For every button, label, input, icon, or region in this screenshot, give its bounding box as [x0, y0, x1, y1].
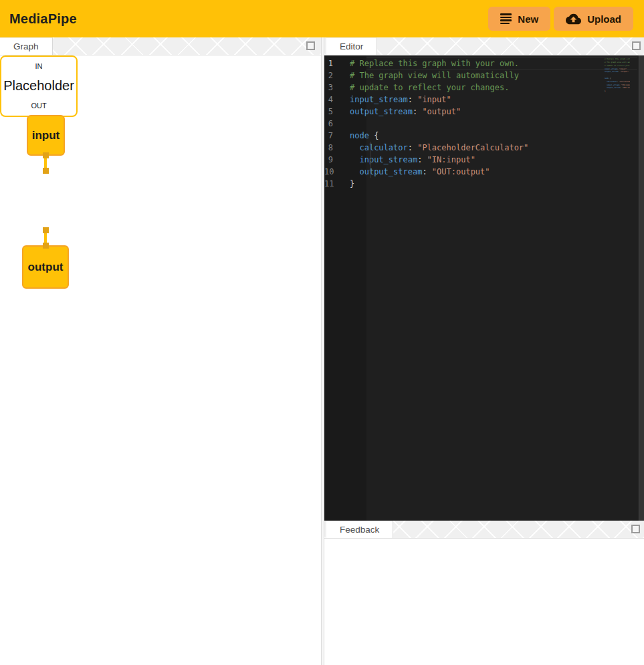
feedback-maximize-button[interactable] — [631, 524, 641, 533]
line-number: 10 — [324, 166, 350, 178]
port-placeholder-out — [43, 227, 49, 233]
line-number: 3 — [324, 82, 350, 94]
graph-maximize-button[interactable] — [306, 41, 316, 50]
minimap[interactable]: # Replace this graph with your own.# The… — [605, 57, 630, 99]
graph-node-placeholder[interactable]: IN Placeholder OUT — [0, 55, 78, 117]
menu-icon — [500, 13, 512, 24]
editor-panel: Editor 1# Replace this graph with your o… — [324, 37, 644, 521]
code-line[interactable]: 6 — [324, 118, 644, 130]
code-line[interactable]: 7node { — [324, 130, 644, 142]
maximize-icon — [632, 41, 641, 50]
placeholder-out-port-label: OUT — [31, 102, 46, 110]
code-line[interactable]: 9 input_stream: "IN:input" — [324, 154, 644, 166]
graph-canvas[interactable]: input IN Placeholder OUT output — [0, 55, 321, 665]
code-line[interactable]: 2# The graph view will automatically — [324, 70, 644, 82]
tab-feedback[interactable]: Feedback — [326, 521, 393, 538]
feedback-tabbar: Feedback — [324, 521, 644, 539]
editor-maximize-button[interactable] — [632, 41, 641, 50]
minimap-content: # Replace this graph with your own.# The… — [605, 57, 630, 93]
line-number: 11 — [324, 178, 350, 190]
editor-tabbar: Editor — [324, 37, 644, 55]
upload-button-label: Upload — [587, 13, 621, 25]
main-area: Graph input IN Placeholder OUT output — [0, 37, 644, 665]
line-number: 8 — [324, 142, 350, 154]
editor-scrollbar[interactable] — [639, 55, 644, 521]
code-line[interactable]: 8 calculator: "PlaceholderCalculator" — [324, 142, 644, 154]
cloud-upload-icon — [566, 11, 581, 27]
code-lines: 1# Replace this graph with your own.2# T… — [324, 57, 644, 190]
new-button[interactable]: New — [488, 7, 550, 31]
line-number: 7 — [324, 130, 350, 142]
port-placeholder-in — [43, 168, 49, 174]
app-header: MediaPipe New Upload — [0, 0, 644, 37]
code-line[interactable]: 3# update to reflect your changes. — [324, 82, 644, 94]
right-column: Editor 1# Replace this graph with your o… — [324, 37, 644, 665]
graph-node-input[interactable]: input — [27, 115, 65, 156]
graph-node-output[interactable]: output — [22, 245, 69, 289]
code-line[interactable]: 5output_stream: "output" — [324, 106, 644, 118]
placeholder-title: Placeholder — [3, 78, 74, 94]
line-number: 9 — [324, 154, 350, 166]
graph-tabbar: Graph — [0, 37, 321, 55]
feedback-panel: Feedback — [324, 521, 644, 665]
upload-button[interactable]: Upload — [554, 7, 633, 31]
port-input-bottom — [43, 152, 49, 158]
new-button-label: New — [518, 13, 538, 25]
code-line[interactable]: 11} — [324, 178, 644, 190]
node-input-label: input — [32, 129, 60, 142]
line-number: 4 — [324, 94, 350, 106]
feedback-content[interactable] — [324, 539, 644, 665]
tab-editor[interactable]: Editor — [326, 37, 377, 55]
line-number: 1 — [324, 57, 350, 70]
node-output-label: output — [28, 261, 64, 274]
maximize-icon — [306, 41, 315, 50]
tab-feedback-label: Feedback — [340, 525, 379, 535]
graph-panel: Graph input IN Placeholder OUT output — [0, 37, 321, 665]
tab-graph-label: Graph — [13, 41, 39, 51]
line-number: 5 — [324, 106, 350, 118]
code-line[interactable]: 4input_stream: "input" — [324, 94, 644, 106]
port-output-top — [43, 243, 49, 249]
line-number: 2 — [324, 70, 350, 82]
tab-graph[interactable]: Graph — [0, 37, 53, 55]
line-number: 6 — [324, 118, 350, 130]
code-line[interactable]: 1# Replace this graph with your own. — [324, 57, 644, 70]
placeholder-in-port-label: IN — [35, 62, 43, 70]
header-actions: New Upload — [488, 7, 633, 31]
tab-editor-label: Editor — [340, 41, 363, 51]
code-line[interactable]: 10 output_stream: "OUT:output" — [324, 166, 644, 178]
app-title: MediaPipe — [9, 11, 77, 27]
maximize-icon — [631, 525, 640, 533]
code-editor[interactable]: 1# Replace this graph with your own.2# T… — [324, 55, 644, 521]
